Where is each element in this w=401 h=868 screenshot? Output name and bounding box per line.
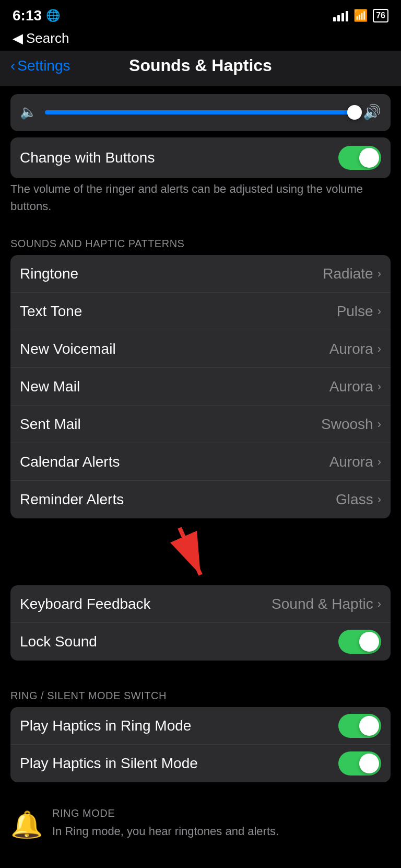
nav-back-label: Settings xyxy=(17,57,70,74)
reminder-alerts-chevron-icon: › xyxy=(378,493,381,506)
new-mail-chevron-icon: › xyxy=(378,380,381,394)
calendar-alerts-label: Calendar Alerts xyxy=(20,454,120,470)
nav-back-chevron-icon: ‹ xyxy=(10,57,15,74)
new-voicemail-value: Aurora xyxy=(329,341,373,357)
play-haptics-silent-row[interactable]: Play Haptics in Silent Mode xyxy=(10,745,391,782)
globe-icon: 🌐 xyxy=(46,9,60,22)
play-haptics-silent-label: Play Haptics in Silent Mode xyxy=(20,755,198,772)
svg-line-1 xyxy=(180,528,200,575)
search-bar[interactable]: ◀ Search xyxy=(0,28,401,51)
calendar-alerts-chevron-icon: › xyxy=(378,455,381,469)
ring-silent-card: Play Haptics in Ring Mode Play Haptics i… xyxy=(10,707,391,782)
keyboard-feedback-right: Sound & Haptic › xyxy=(272,596,381,612)
ringtone-row[interactable]: Ringtone Radiate › xyxy=(10,255,391,293)
sent-mail-label: Sent Mail xyxy=(20,416,81,433)
change-with-buttons-toggle[interactable] xyxy=(338,146,381,170)
new-mail-row[interactable]: New Mail Aurora › xyxy=(10,368,391,406)
play-haptics-silent-toggle[interactable] xyxy=(338,751,381,776)
text-tone-chevron-icon: › xyxy=(378,305,381,318)
volume-slider[interactable] xyxy=(45,110,355,114)
new-voicemail-label: New Voicemail xyxy=(20,341,116,357)
reminder-alerts-row[interactable]: Reminder Alerts Glass › xyxy=(10,481,391,518)
settings-back-button[interactable]: ‹ Settings xyxy=(10,57,70,74)
new-mail-value: Aurora xyxy=(329,378,373,395)
change-with-buttons-description: The volume of the ringer and alerts can … xyxy=(0,178,401,225)
sent-mail-row[interactable]: Sent Mail Swoosh › xyxy=(10,406,391,443)
keyboard-feedback-label: Keyboard Feedback xyxy=(20,596,151,612)
ring-mode-title: RING MODE xyxy=(52,807,391,819)
ringtone-label: Ringtone xyxy=(20,265,78,282)
search-back-button[interactable]: ◀ Search xyxy=(13,30,388,47)
sounds-patterns-card: Ringtone Radiate › Text Tone Pulse › New… xyxy=(10,255,391,518)
calendar-alerts-value: Aurora xyxy=(329,454,373,470)
lock-sound-row[interactable]: Lock Sound xyxy=(10,623,391,661)
volume-slider-card: 🔈 🔊 xyxy=(10,94,391,131)
lock-sound-toggle-thumb xyxy=(359,632,379,652)
lock-sound-label: Lock Sound xyxy=(20,633,97,650)
sound-loud-icon: 🔊 xyxy=(363,103,381,121)
reminder-alerts-label: Reminder Alerts xyxy=(20,491,124,508)
status-bar: 6:13 🌐 📶 76 xyxy=(0,0,401,28)
ring-mode-info: 🔔 RING MODE In Ring mode, you hear ringt… xyxy=(0,797,401,850)
battery-level: 76 xyxy=(376,11,385,20)
text-tone-right: Pulse › xyxy=(337,303,381,320)
new-voicemail-chevron-icon: › xyxy=(378,342,381,356)
volume-slider-thumb[interactable] xyxy=(347,105,362,120)
status-right-icons: 📶 76 xyxy=(333,9,388,22)
lock-sound-toggle[interactable] xyxy=(338,630,381,654)
new-voicemail-right: Aurora › xyxy=(329,341,381,357)
battery-icon: 76 xyxy=(373,9,388,22)
red-arrow-annotation xyxy=(148,523,253,585)
change-with-buttons-row[interactable]: Change with Buttons xyxy=(10,137,391,178)
sent-mail-value: Swoosh xyxy=(321,416,373,433)
search-label: Search xyxy=(26,30,69,47)
play-haptics-ring-label: Play Haptics in Ring Mode xyxy=(20,717,191,734)
calendar-alerts-right: Aurora › xyxy=(329,454,381,470)
volume-row[interactable]: 🔈 🔊 xyxy=(20,103,381,121)
new-voicemail-row[interactable]: New Voicemail Aurora › xyxy=(10,330,391,368)
annotation-container xyxy=(0,523,401,585)
signal-icon xyxy=(333,10,348,21)
text-tone-row[interactable]: Text Tone Pulse › xyxy=(10,293,391,330)
keyboard-feedback-row[interactable]: Keyboard Feedback Sound & Haptic › xyxy=(10,585,391,623)
page-title: Sounds & Haptics xyxy=(129,56,272,75)
change-with-buttons-card: Change with Buttons xyxy=(10,137,391,178)
ringtone-value: Radiate xyxy=(323,265,373,282)
bell-icon: 🔔 xyxy=(10,809,43,840)
sounds-haptic-patterns-header: SOUNDS AND HAPTIC PATTERNS xyxy=(0,225,401,255)
reminder-alerts-value: Glass xyxy=(336,491,373,508)
sent-mail-chevron-icon: › xyxy=(378,418,381,431)
nav-header: ‹ Settings Sounds & Haptics xyxy=(0,51,401,84)
keyboard-feedback-value: Sound & Haptic xyxy=(272,596,373,612)
play-haptics-ring-toggle[interactable] xyxy=(338,714,381,738)
ring-mode-description: In Ring mode, you hear ringtones and ale… xyxy=(52,823,391,840)
ring-mode-text-block: RING MODE In Ring mode, you hear rington… xyxy=(52,807,391,840)
new-mail-right: Aurora › xyxy=(329,378,381,395)
status-time: 6:13 xyxy=(13,7,42,24)
new-mail-label: New Mail xyxy=(20,378,80,395)
ringtone-chevron-icon: › xyxy=(378,267,381,281)
play-haptics-ring-thumb xyxy=(359,716,379,736)
play-haptics-silent-thumb xyxy=(359,754,379,773)
toggle-thumb xyxy=(359,148,379,168)
change-with-buttons-label: Change with Buttons xyxy=(20,149,155,166)
calendar-alerts-row[interactable]: Calendar Alerts Aurora › xyxy=(10,443,391,481)
sent-mail-right: Swoosh › xyxy=(321,416,381,433)
mute-icon: 🔈 xyxy=(20,104,37,120)
wifi-icon: 📶 xyxy=(353,9,368,22)
keyboard-feedback-card: Keyboard Feedback Sound & Haptic › Lock … xyxy=(10,585,391,661)
play-haptics-ring-row[interactable]: Play Haptics in Ring Mode xyxy=(10,707,391,745)
text-tone-label: Text Tone xyxy=(20,303,82,320)
keyboard-feedback-chevron-icon: › xyxy=(378,597,381,611)
reminder-alerts-right: Glass › xyxy=(336,491,381,508)
ring-silent-header: RING / SILENT MODE SWITCH xyxy=(0,677,401,707)
back-chevron-icon: ◀ xyxy=(13,30,23,47)
text-tone-value: Pulse xyxy=(337,303,373,320)
ringtone-right: Radiate › xyxy=(323,265,381,282)
